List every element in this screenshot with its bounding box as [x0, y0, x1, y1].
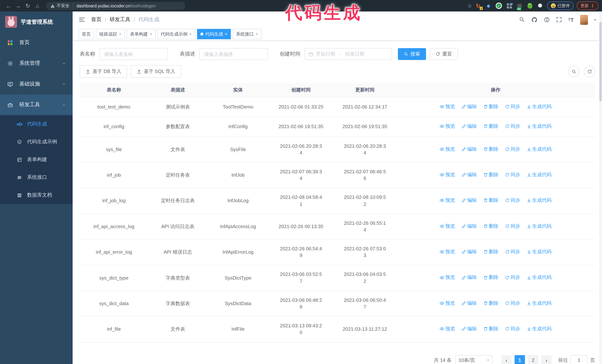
delete-link[interactable]: 删除 — [483, 123, 498, 130]
caret-down-icon[interactable]: ▾ — [594, 18, 596, 22]
address-bar[interactable]: 不安全 dashboard.yudao.iocoder.cn /tool/cod… — [46, 2, 185, 10]
extension-gem-icon[interactable]: ◆ — [485, 3, 492, 9]
preview-link[interactable]: 预览 — [440, 197, 455, 204]
page-button-1[interactable]: 1 — [515, 355, 525, 364]
refresh-icon[interactable] — [584, 66, 595, 77]
tab-close-icon[interactable]: × — [119, 31, 121, 37]
preview-link[interactable]: 预览 — [440, 103, 455, 110]
tab-close-icon[interactable]: × — [256, 31, 258, 37]
sidebar-item-home[interactable]: 首页 — [0, 32, 73, 53]
generate-code-link[interactable]: 生成代码 — [527, 103, 552, 110]
edit-link[interactable]: 编辑 — [462, 123, 477, 130]
search-icon[interactable] — [519, 17, 525, 23]
next-page-button[interactable]: › — [541, 355, 552, 364]
import-db-button[interactable]: 基于 DB 导入 — [80, 65, 127, 78]
table-name-input[interactable] — [99, 48, 168, 60]
edit-link[interactable]: 编辑 — [462, 249, 477, 255]
extension-on-icon[interactable]: on — [516, 3, 523, 9]
browser-back-icon[interactable]: ← — [4, 3, 13, 9]
extension-figure-icon[interactable] — [527, 3, 533, 9]
sync-link[interactable]: 同步 — [505, 123, 520, 130]
toggle-search-icon[interactable] — [568, 66, 580, 77]
delete-link[interactable]: 删除 — [483, 197, 498, 204]
sidebar-item-system-management[interactable]: 系统管理 — [0, 53, 73, 74]
edit-link[interactable]: 编辑 — [462, 223, 477, 229]
preview-link[interactable]: 预览 — [440, 123, 455, 130]
import-sql-button[interactable]: 基于 SQL 导入 — [131, 65, 181, 78]
edit-link[interactable]: 编辑 — [462, 274, 477, 281]
browser-reload-icon[interactable]: ↻ — [23, 2, 32, 9]
profile-paused-chip[interactable]: 已暂停 — [547, 1, 573, 10]
sidebar-item-system-api[interactable]: 系统接口 — [0, 168, 73, 186]
goto-page-input[interactable] — [570, 355, 588, 364]
scrollbar-thumb[interactable] — [599, 22, 602, 102]
github-icon[interactable] — [531, 16, 537, 23]
sidebar-item-form-builder[interactable]: 表单构建 — [0, 151, 73, 168]
delete-link[interactable]: 删除 — [483, 274, 498, 281]
sidebar-item-codegen-example[interactable]: 代码生成示例 — [0, 133, 73, 151]
edit-link[interactable]: 编辑 — [462, 197, 477, 204]
edit-link[interactable]: 编辑 — [462, 325, 477, 332]
help-icon[interactable] — [544, 17, 549, 23]
edit-link[interactable]: 编辑 — [462, 146, 477, 152]
tab-home[interactable]: 首页 — [78, 29, 94, 39]
prev-page-button[interactable]: ‹ — [501, 355, 512, 364]
tab-close-icon[interactable]: × — [225, 31, 227, 37]
preview-link[interactable]: 预览 — [440, 274, 455, 281]
app-logo-row[interactable]: 芋道管理系统 — [0, 11, 73, 32]
preview-link[interactable]: 预览 — [440, 300, 455, 307]
tab-close-icon[interactable]: × — [189, 31, 192, 37]
sidebar-item-db-docs[interactable]: 数据库文档 — [0, 186, 73, 204]
browser-menu-dots-icon[interactable]: ⋮ — [591, 3, 595, 8]
tab-tracing[interactable]: 链路追踪 × — [96, 29, 125, 39]
date-range-input[interactable]: 开始日期 - 结束日期 — [304, 48, 392, 60]
sync-link[interactable]: 同步 — [505, 300, 520, 307]
avatar[interactable] — [580, 15, 588, 25]
delete-link[interactable]: 删除 — [483, 146, 498, 152]
browser-update-button[interactable]: 更新 ⋮ — [577, 1, 598, 10]
sync-link[interactable]: 同步 — [505, 223, 520, 229]
browser-forward-icon[interactable]: → — [13, 3, 23, 9]
generate-code-link[interactable]: 生成代码 — [527, 274, 552, 281]
tab-codegen[interactable]: 代码生成 × — [197, 29, 231, 39]
sync-link[interactable]: 同步 — [505, 146, 520, 152]
tab-form-builder[interactable]: 表单构建 × — [127, 29, 156, 39]
sidebar-item-codegen[interactable]: </> 代码生成 — [0, 115, 73, 133]
tab-system-api[interactable]: 系统接口 × — [233, 29, 262, 39]
delete-link[interactable]: 删除 — [483, 171, 498, 178]
generate-code-link[interactable]: 生成代码 — [527, 146, 552, 152]
preview-link[interactable]: 预览 — [440, 325, 455, 332]
generate-code-link[interactable]: 生成代码 — [527, 197, 552, 204]
scrollbar-track[interactable] — [599, 11, 602, 364]
delete-link[interactable]: 删除 — [483, 103, 498, 110]
edit-link[interactable]: 编辑 — [462, 300, 477, 307]
extension-check-icon[interactable]: ✓ — [496, 3, 502, 9]
delete-link[interactable]: 删除 — [483, 325, 498, 332]
extension-grid-icon[interactable]: ◆ — [506, 3, 512, 9]
sync-link[interactable]: 同步 — [505, 103, 520, 110]
sync-link[interactable]: 同步 — [505, 249, 520, 255]
font-size-icon[interactable]: TT — [568, 17, 574, 22]
generate-code-link[interactable]: 生成代码 — [527, 123, 552, 130]
search-button[interactable]: 搜索 — [398, 48, 426, 60]
preview-link[interactable]: 预览 — [440, 223, 455, 229]
extensions-puzzle-icon[interactable] — [537, 3, 543, 9]
browser-home-icon[interactable]: ⌂ — [32, 3, 42, 9]
sync-link[interactable]: 同步 — [505, 274, 520, 281]
bookmark-star-icon[interactable]: ☆ — [467, 3, 472, 9]
generate-code-link[interactable]: 生成代码 — [527, 249, 552, 255]
generate-code-link[interactable]: 生成代码 — [527, 300, 552, 307]
edit-link[interactable]: 编辑 — [462, 171, 477, 178]
breadcrumb-dev-tools[interactable]: 研发工具 — [110, 16, 130, 23]
table-desc-input[interactable] — [199, 48, 268, 60]
sync-link[interactable]: 同步 — [505, 197, 520, 204]
preview-link[interactable]: 预览 — [440, 146, 455, 152]
page-button-2[interactable]: 2 — [528, 355, 538, 364]
delete-link[interactable]: 删除 — [483, 249, 498, 255]
sync-link[interactable]: 同步 — [505, 171, 520, 178]
extension-icon[interactable]: ↻ 1 — [475, 3, 481, 9]
sync-link[interactable]: 同步 — [505, 325, 520, 332]
page-size-select[interactable]: 10条/页 ▾ — [455, 355, 492, 364]
preview-link[interactable]: 预览 — [440, 249, 455, 255]
generate-code-link[interactable]: 生成代码 — [527, 325, 552, 332]
